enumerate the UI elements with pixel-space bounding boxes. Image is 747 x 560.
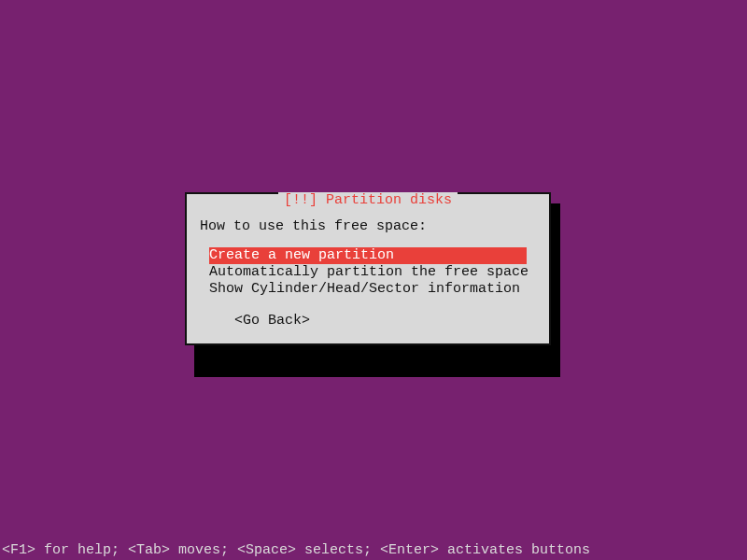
dialog-title: Partition disks [326,192,452,208]
option-show-chs-info[interactable]: Show Cylinder/Head/Sector information [209,281,527,298]
partition-dialog: [!!] Partition disks How to use this fre… [185,192,551,345]
option-auto-partition[interactable]: Automatically partition the free space [209,264,527,281]
go-back-button[interactable]: <Go Back> [209,313,527,329]
dialog-prompt: How to use this free space: [200,218,536,234]
dialog-title-row: [!!] Partition disks [196,192,540,202]
dialog-title-marker: [!!] [284,192,326,208]
option-create-new-partition[interactable]: Create a new partition [209,247,527,264]
help-bar: <F1> for help; <Tab> moves; <Space> sele… [2,542,590,558]
option-list: Create a new partition Automatically par… [209,247,527,298]
